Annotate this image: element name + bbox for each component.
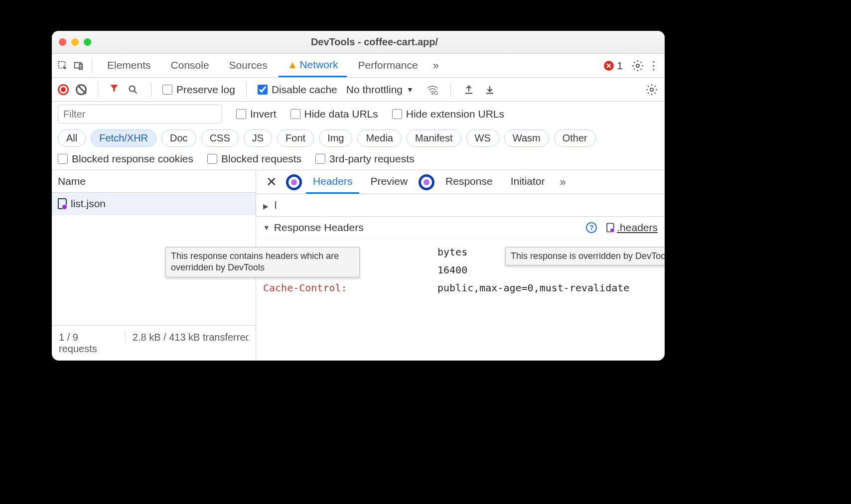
file-override-icon xyxy=(607,223,614,233)
divider xyxy=(151,83,151,97)
tab-console[interactable]: Console xyxy=(162,54,218,77)
throttling-select[interactable]: No throttling▼ xyxy=(346,84,414,96)
svg-point-5 xyxy=(432,93,433,94)
override-indicator-icon xyxy=(286,174,302,190)
tab-initiator[interactable]: Initiator xyxy=(504,170,552,194)
request-filename: list.json xyxy=(71,198,106,210)
tooltip: This response is overridden by DevTools xyxy=(505,247,665,265)
divider xyxy=(125,332,126,343)
filter-row: Invert Hide data URLs Hide extension URL… xyxy=(52,102,665,126)
override-indicator-icon xyxy=(419,174,434,190)
more-detail-tabs-icon[interactable]: » xyxy=(560,176,566,189)
blocked-cookies-checkbox[interactable]: Blocked response cookies xyxy=(58,153,193,165)
pill-fetch-xhr[interactable]: Fetch/XHR xyxy=(91,129,156,147)
devtools-window: DevTools - coffee-cart.app/ Elements Con… xyxy=(52,31,665,361)
pill-media[interactable]: Media xyxy=(357,129,401,147)
device-toggle-icon[interactable] xyxy=(72,59,86,73)
request-row[interactable]: list.json xyxy=(52,193,256,215)
column-name-header[interactable]: Name xyxy=(52,170,256,193)
search-icon[interactable] xyxy=(126,83,140,97)
svg-point-3 xyxy=(636,64,639,67)
response-headers-label: Response Headers xyxy=(274,222,364,234)
inspect-icon[interactable] xyxy=(56,59,70,73)
error-icon: ✕ xyxy=(604,61,614,71)
main-tabs: Elements Console Sources ▲Network Perfor… xyxy=(52,54,665,78)
more-tabs-icon[interactable]: » xyxy=(433,59,439,72)
divider xyxy=(246,83,247,97)
preserve-log-checkbox[interactable]: Preserve log xyxy=(162,84,235,96)
help-icon[interactable]: ? xyxy=(586,222,597,233)
general-label: l xyxy=(275,199,277,211)
filter-input[interactable] xyxy=(58,105,222,124)
pill-ws[interactable]: WS xyxy=(466,129,499,147)
minimize-button[interactable] xyxy=(71,38,79,46)
detail-tabs: ✕ Headers Preview Response Initiator » xyxy=(256,170,665,194)
hide-extension-urls-checkbox[interactable]: Hide extension URLs xyxy=(392,108,504,120)
error-count: 1 xyxy=(617,60,623,72)
pill-all[interactable]: All xyxy=(58,129,86,147)
upload-icon[interactable] xyxy=(462,83,476,97)
pill-img[interactable]: Img xyxy=(319,129,352,147)
settings-icon[interactable] xyxy=(631,59,645,73)
filter-icon[interactable] xyxy=(109,83,119,96)
pill-js[interactable]: JS xyxy=(244,129,272,147)
pill-manifest[interactable]: Manifest xyxy=(407,129,461,147)
titlebar: DevTools - coffee-cart.app/ xyxy=(52,31,665,54)
general-section[interactable]: ▶ l xyxy=(256,194,665,217)
pill-doc[interactable]: Doc xyxy=(161,129,196,147)
file-override-icon xyxy=(58,198,67,209)
clear-button[interactable] xyxy=(76,84,87,95)
divider xyxy=(450,83,451,97)
pill-other[interactable]: Other xyxy=(554,129,596,147)
record-button[interactable] xyxy=(58,84,69,95)
request-count: 1 / 9 requests xyxy=(59,332,118,355)
response-headers-section[interactable]: ▼ Response Headers ? .headers xyxy=(256,217,665,239)
zoom-button[interactable] xyxy=(84,38,91,46)
resource-type-pills: All Fetch/XHR Doc CSS JS Font Img Media … xyxy=(52,126,665,150)
tab-performance[interactable]: Performance xyxy=(349,54,426,77)
divider xyxy=(98,83,98,97)
tooltip: This response contains headers which are… xyxy=(165,247,360,277)
download-icon[interactable] xyxy=(483,83,497,97)
window-title: DevTools - coffee-cart.app/ xyxy=(91,36,658,48)
extra-checks-row: Blocked response cookies Blocked request… xyxy=(52,150,665,170)
tab-sources[interactable]: Sources xyxy=(220,54,277,77)
status-bar: 1 / 9 requests 2.8 kB / 413 kB transferr… xyxy=(52,325,256,361)
chevron-right-icon: ▶ xyxy=(263,202,269,210)
tab-elements[interactable]: Elements xyxy=(98,54,160,77)
kebab-icon[interactable]: ⋮ xyxy=(647,59,661,73)
close-icon[interactable]: ✕ xyxy=(261,174,282,190)
tab-response[interactable]: Response xyxy=(438,170,500,194)
network-toolbar: Preserve log Disable cache No throttling… xyxy=(52,78,665,102)
pill-wasm[interactable]: Wasm xyxy=(504,129,549,147)
network-settings-icon[interactable] xyxy=(645,83,659,97)
pill-font[interactable]: Font xyxy=(277,129,314,147)
svg-point-7 xyxy=(650,88,653,91)
svg-rect-1 xyxy=(75,62,81,68)
header-row: Cache-Control:public,max-age=0,must-reva… xyxy=(263,279,658,297)
divider xyxy=(92,59,92,73)
traffic-lights xyxy=(59,38,91,46)
svg-point-4 xyxy=(130,86,135,91)
disable-cache-checkbox[interactable]: Disable cache xyxy=(258,84,337,96)
error-badge[interactable]: ✕ 1 xyxy=(604,60,623,72)
blocked-requests-checkbox[interactable]: Blocked requests xyxy=(207,153,301,165)
hide-data-urls-checkbox[interactable]: Hide data URLs xyxy=(290,108,378,120)
tab-headers[interactable]: Headers xyxy=(306,170,359,194)
tab-preview[interactable]: Preview xyxy=(363,170,415,194)
wifi-icon[interactable] xyxy=(426,83,439,97)
pill-css[interactable]: CSS xyxy=(201,129,239,147)
third-party-checkbox[interactable]: 3rd-party requests xyxy=(315,153,414,165)
close-button[interactable] xyxy=(59,38,66,46)
svg-point-6 xyxy=(434,92,437,95)
headers-file-link[interactable]: .headers xyxy=(606,222,658,234)
transfer-size: 2.8 kB / 413 kB transferred xyxy=(133,332,249,355)
tab-network[interactable]: ▲Network xyxy=(279,54,347,77)
chevron-down-icon: ▼ xyxy=(263,224,270,232)
invert-checkbox[interactable]: Invert xyxy=(236,108,277,120)
